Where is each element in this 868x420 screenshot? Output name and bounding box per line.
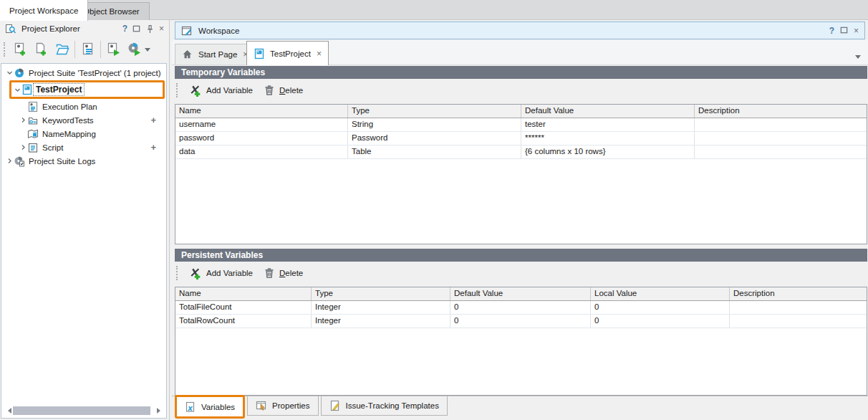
table-header-row: Name Type Default Value Description <box>175 105 867 118</box>
open-item-button[interactable] <box>52 39 72 59</box>
tab-issue-tracking-templates[interactable]: Issue-Tracking Templates <box>321 396 448 416</box>
pin-icon[interactable] <box>145 24 155 34</box>
scroll-right-icon[interactable] <box>155 405 165 416</box>
tab-list-caret-icon[interactable] <box>855 55 861 62</box>
temporary-variables-header: Temporary Variables <box>175 66 867 79</box>
toolbar-grip[interactable] <box>4 42 8 57</box>
tab-label: Issue-Tracking Templates <box>346 401 439 410</box>
add-new-item-button[interactable] <box>31 39 52 59</box>
workspace-icon <box>181 25 193 37</box>
horizontal-scrollbar[interactable] <box>3 405 165 416</box>
bottom-tab-strip: Variables Properties Issue-Tracking Temp… <box>172 396 868 420</box>
name-mapping-icon <box>27 128 39 140</box>
project-tree: Project Suite 'TestProject' (1 project) … <box>1 63 167 419</box>
tree-item-project-suite-logs[interactable]: Project Suite Logs <box>1 154 166 168</box>
column-header[interactable]: Description <box>695 105 867 118</box>
chevron-right-icon[interactable] <box>5 158 14 164</box>
column-header[interactable]: Description <box>730 287 867 300</box>
column-header[interactable]: Type <box>312 287 450 300</box>
add-project-suite-button[interactable] <box>10 39 31 59</box>
workspace-title: Workspace <box>198 27 239 35</box>
chevron-down-icon[interactable] <box>13 87 21 93</box>
workspace-header: Workspace ? × <box>175 22 865 39</box>
tree-item-project-suite[interactable]: Project Suite 'TestProject' (1 project) <box>1 66 166 80</box>
workspace-panel: Workspace ? × Start Page × TestProject ×… <box>172 20 868 420</box>
column-header[interactable]: Default Value <box>450 287 591 300</box>
variables-tab-highlight: Variables <box>175 395 245 419</box>
tree-item-testproject-selected[interactable]: TestProject <box>9 80 165 99</box>
help-button[interactable]: ? <box>122 24 127 33</box>
project-explorer-title: Project Explorer <box>21 24 80 33</box>
delete-button[interactable]: Delete <box>258 81 308 100</box>
add-variable-button[interactable]: Add Variable <box>183 264 258 282</box>
add-variable-icon <box>188 84 203 97</box>
scrollbar-thumb[interactable] <box>13 406 150 415</box>
tab-project-workspace-label: Project Workspace <box>9 6 78 15</box>
add-child-button[interactable]: + <box>150 115 156 125</box>
tree-item-label: Project Suite Logs <box>29 157 95 166</box>
maximize-icon[interactable] <box>132 24 141 34</box>
persistent-variables-table: Name Type Default Value Local Value Desc… <box>175 287 867 396</box>
maximize-icon[interactable] <box>839 26 849 35</box>
delete-button[interactable]: Delete <box>258 264 308 282</box>
table-row[interactable]: password Password ****** <box>175 132 867 145</box>
project-icon <box>21 84 34 95</box>
keyword-tests-icon <box>27 115 39 126</box>
close-tab-icon[interactable]: × <box>317 49 322 59</box>
run-project-suite-button[interactable] <box>124 39 145 59</box>
execution-plan-button[interactable] <box>77 39 98 59</box>
toolbar-grip[interactable] <box>176 83 180 97</box>
table-row[interactable]: username String tester <box>175 118 867 132</box>
toolbar-grip[interactable] <box>176 266 180 280</box>
project-explorer-panel: Project Explorer ? × <box>0 20 170 420</box>
tree-item-execution-plan[interactable]: Execution Plan <box>1 100 166 113</box>
tab-project-workspace[interactable]: Project Workspace <box>0 0 88 21</box>
issue-tracking-icon <box>329 400 342 411</box>
tab-start-page[interactable]: Start Page × <box>175 44 255 65</box>
tree-item-label: Script <box>42 143 63 152</box>
close-icon[interactable]: × <box>854 27 859 35</box>
tab-label: Variables <box>201 403 235 411</box>
column-header[interactable]: Default Value <box>521 105 695 118</box>
document-tab-strip: Start Page × TestProject × <box>172 40 868 65</box>
add-variable-icon <box>188 267 203 280</box>
table-row[interactable]: TotalFileCount Integer 0 0 <box>175 301 867 315</box>
tree-item-label: NameMapping <box>42 130 96 138</box>
run-project-button[interactable] <box>103 39 124 59</box>
chevron-right-icon[interactable] <box>19 117 27 123</box>
execution-plan-icon <box>27 101 39 113</box>
add-variable-button[interactable]: Add Variable <box>183 81 258 100</box>
chevron-down-icon[interactable] <box>5 70 14 76</box>
table-row[interactable]: data Table {6 columns x 10 rows} <box>175 145 867 159</box>
column-header[interactable]: Name <box>175 105 348 118</box>
project-explorer-icon <box>5 23 17 34</box>
tab-properties[interactable]: Properties <box>247 396 318 416</box>
variables-icon <box>185 401 197 413</box>
persistent-variables-header: Persistent Variables <box>175 249 867 262</box>
column-header[interactable]: Local Value <box>591 287 730 300</box>
main-tab-bar: Project Workspace Object Browser <box>0 0 868 20</box>
tree-item-label: Project Suite 'TestProject' (1 project) <box>29 69 161 77</box>
script-icon <box>27 142 39 153</box>
close-icon[interactable]: × <box>159 24 164 33</box>
run-options-caret-icon[interactable] <box>145 48 150 54</box>
tree-item-script[interactable]: Script + <box>1 140 166 154</box>
column-header[interactable]: Name <box>175 287 312 300</box>
tab-testproject[interactable]: TestProject × <box>246 41 329 65</box>
tree-item-keywordtests[interactable]: KeywordTests + <box>1 113 166 127</box>
trash-icon <box>263 84 276 97</box>
tree-item-label: Execution Plan <box>42 102 97 111</box>
table-header-row: Name Type Default Value Local Value Desc… <box>175 287 867 301</box>
chevron-right-icon[interactable] <box>19 144 27 151</box>
column-header[interactable]: Type <box>348 105 521 118</box>
tree-item-namemapping[interactable]: NameMapping <box>1 127 166 140</box>
tab-label: TestProject <box>270 49 311 58</box>
project-explorer-toolbar <box>0 37 169 62</box>
tab-variables[interactable]: Variables <box>177 397 243 416</box>
add-child-button[interactable]: + <box>150 142 156 153</box>
trash-icon <box>263 267 276 280</box>
scroll-left-icon[interactable] <box>3 405 13 416</box>
project-explorer-header: Project Explorer ? × <box>0 20 169 37</box>
table-row[interactable]: TotalRowCount Integer 0 0 <box>175 315 867 328</box>
help-button[interactable]: ? <box>829 27 834 35</box>
